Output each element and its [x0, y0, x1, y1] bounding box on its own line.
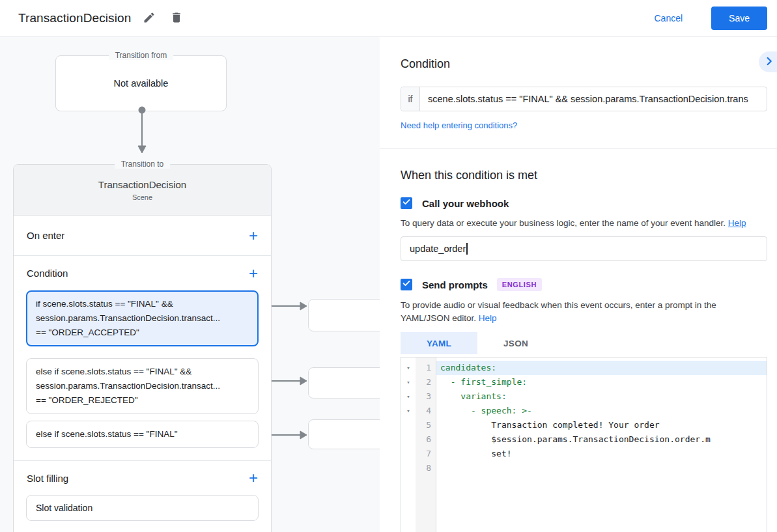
send-prompts-label: Send prompts — [422, 279, 488, 290]
language-badge: ENGLISH — [497, 278, 542, 291]
condition-item-accepted[interactable]: if scene.slots.status == "FINAL" && sess… — [26, 290, 259, 346]
condition-expression-input[interactable]: if scene.slots.status == "FINAL" && sess… — [401, 87, 767, 111]
add-condition-button[interactable]: + — [249, 267, 258, 280]
prompts-description: To provide audio or visual feedback when… — [401, 299, 767, 325]
tab-json[interactable]: JSON — [477, 332, 554, 354]
fold-toggle-icon[interactable]: ▾ — [401, 389, 416, 404]
transition-from-label: Transition from — [109, 51, 174, 60]
event-handler-value: update_order — [410, 244, 466, 254]
editor-line-numbers: 1 2 3 4 5 6 7 8 — [416, 357, 436, 532]
text-cursor — [466, 243, 468, 255]
transition-to-label: Transition to — [115, 160, 171, 169]
webhook-description-text: To query data or execute your business l… — [401, 218, 726, 228]
transition-target-box-2[interactable] — [308, 367, 380, 399]
webhook-checkbox-row: Call your webhook — [401, 197, 767, 209]
condition-section-label: Condition — [27, 268, 68, 279]
condition-line: == "ORDER_REJECTED" — [36, 393, 249, 408]
code-line — [436, 461, 767, 475]
add-on-enter-button[interactable]: + — [249, 229, 258, 242]
edit-title-button[interactable] — [140, 8, 158, 29]
condition-detail-panel: Condition if scene.slots.status == "FINA… — [380, 37, 777, 532]
webhook-checkbox[interactable] — [401, 197, 412, 209]
line-number: 6 — [416, 432, 431, 447]
on-enter-label: On enter — [27, 230, 64, 241]
conditions-help-link[interactable]: Need help entering conditions? — [401, 120, 517, 130]
condition-item-final[interactable]: else if scene.slots.status == "FINAL" — [26, 421, 259, 448]
condition-item-rejected[interactable]: else if scene.slots.status == "FINAL" &&… — [26, 358, 259, 414]
if-prefix-label: if — [401, 87, 420, 111]
line-number: 5 — [416, 418, 431, 432]
line-number: 4 — [416, 404, 431, 418]
add-slot-button[interactable]: + — [249, 471, 258, 484]
send-prompts-checkbox[interactable] — [401, 279, 412, 290]
checkmark-icon — [402, 197, 411, 209]
condition-section-head: Condition + — [14, 256, 271, 290]
transition-target-box-1[interactable] — [308, 299, 380, 331]
code-line: - first_simple: — [436, 375, 767, 389]
prompts-checkbox-row: Send prompts ENGLISH — [401, 278, 767, 291]
condition-expression-value: scene.slots.status == "FINAL" && session… — [420, 87, 767, 111]
top-bar: TransactionDecision Cancel Save — [0, 0, 777, 37]
delete-scene-button[interactable] — [167, 8, 186, 29]
slot-filling-section-head: Slot filling + — [14, 461, 271, 495]
code-line: $session.params.TransactionDecision.orde… — [436, 432, 767, 447]
on-enter-section: On enter + — [14, 216, 271, 256]
code-line: candidates: — [436, 361, 767, 375]
code-line: set! — [436, 447, 767, 461]
chevron-right-icon — [762, 54, 776, 70]
webhook-label: Call your webhook — [422, 198, 509, 209]
save-button[interactable]: Save — [711, 7, 767, 30]
slot-validation-item[interactable]: Slot validation — [26, 495, 259, 521]
scene-card-header: Transition to TransactionDecision Scene — [14, 165, 271, 216]
cancel-button[interactable]: Cancel — [650, 12, 686, 24]
transition-from-value: Not available — [114, 78, 169, 89]
condition-line: session.params.TransactionDecision.trans… — [36, 379, 249, 393]
editor-tabs: YAML JSON — [401, 332, 767, 354]
slot-list: Slot validation — [14, 495, 271, 521]
when-met-title: When this condition is met — [401, 168, 767, 182]
transition-from-box: Transition from Not available — [55, 55, 227, 111]
panel-title: Condition — [401, 37, 767, 71]
yaml-editor[interactable]: ▾ ▾ ▾ ▾ 1 2 3 4 5 6 7 8 candidates: - fi… — [401, 357, 767, 532]
fold-toggle-icon[interactable]: ▾ — [401, 361, 416, 375]
condition-line: else if scene.slots.status == "FINAL" — [36, 427, 249, 441]
webhook-description: To query data or execute your business l… — [401, 217, 767, 230]
collapse-panel-button[interactable] — [759, 51, 777, 72]
condition-line: == "ORDER_ACCEPTED" — [36, 326, 249, 340]
condition-line: session.params.TransactionDecision.trans… — [36, 311, 249, 326]
scene-card: Transition to TransactionDecision Scene … — [13, 164, 272, 532]
trash-icon — [170, 11, 183, 26]
code-line: Transaction completed! Your order — [436, 418, 767, 432]
condition-line: else if scene.slots.status == "FINAL" && — [36, 365, 249, 379]
tab-yaml[interactable]: YAML — [401, 332, 477, 354]
flow-diagram: Transition from Not available Trans — [0, 37, 380, 532]
scene-name: TransactionDecision — [98, 179, 186, 190]
transition-target-box-3[interactable] — [308, 419, 380, 449]
webhook-help-link[interactable]: Help — [728, 218, 746, 228]
event-handler-input[interactable]: update_order — [401, 236, 767, 261]
editor-code-area[interactable]: candidates: - first_simple: variants: - … — [436, 357, 767, 532]
line-number: 2 — [416, 375, 431, 389]
line-number: 8 — [416, 461, 431, 475]
checkmark-icon — [402, 279, 411, 290]
condition-list: if scene.slots.status == "FINAL" && sess… — [14, 290, 271, 461]
prompts-description-text: To provide audio or visual feedback when… — [401, 300, 716, 323]
line-number: 3 — [416, 389, 431, 404]
prompts-help-link[interactable]: Help — [479, 313, 497, 323]
editor-fold-gutter: ▾ ▾ ▾ ▾ — [401, 357, 416, 532]
line-number: 7 — [416, 447, 431, 461]
main-area: Transition from Not available Trans — [0, 37, 777, 532]
line-number: 1 — [416, 361, 431, 375]
pencil-icon — [143, 11, 156, 26]
page-title: TransactionDecision — [18, 11, 131, 25]
fold-toggle-icon[interactable]: ▾ — [401, 404, 416, 418]
code-line: variants: — [436, 389, 767, 404]
section-divider — [380, 148, 777, 149]
scene-type-label: Scene — [132, 193, 152, 201]
slot-filling-label: Slot filling — [27, 473, 68, 484]
condition-line: if scene.slots.status == "FINAL" && — [36, 297, 249, 311]
fold-toggle-icon[interactable]: ▾ — [401, 375, 416, 389]
code-line: - speech: >- — [436, 404, 767, 418]
